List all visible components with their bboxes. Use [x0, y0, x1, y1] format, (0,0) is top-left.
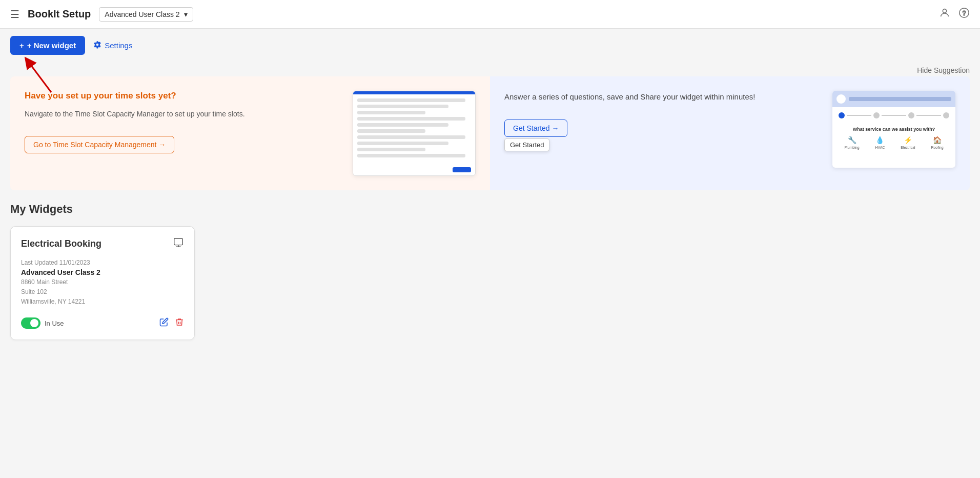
widget-card-footer: In Use: [21, 317, 184, 329]
widget-preview-question: What service can we assist you with?: [832, 124, 955, 136]
user-class-dropdown[interactable]: Advanced User Class 2 ▾: [99, 7, 193, 22]
widget-address-line1: 8860 Main Street: [21, 277, 184, 287]
step-dot-active: [839, 112, 845, 118]
preview-logo-dot: [836, 94, 846, 104]
preview-content: [353, 94, 475, 164]
widget-card-name: Electrical Booking: [21, 238, 101, 249]
preview-line: [357, 98, 465, 102]
header-right: ?: [939, 7, 970, 21]
widget-suggestion-body: Answer a series of questions, save and S…: [504, 91, 820, 103]
widget-card: Electrical Booking Last Updated 11/01/20…: [10, 226, 195, 340]
widget-company: Advanced User Class 2: [21, 268, 184, 276]
electrical-icon: ⚡: [904, 136, 912, 144]
timeslot-preview-image: [353, 91, 476, 176]
preview-line: [357, 111, 425, 114]
preview-btn-area: [353, 164, 475, 175]
new-widget-label: + New widget: [27, 41, 76, 50]
help-icon[interactable]: ?: [958, 7, 970, 21]
delete-widget-button[interactable]: [175, 317, 184, 329]
widget-last-updated: Last Updated 11/01/2023: [21, 259, 184, 266]
preview-line: [357, 105, 448, 108]
go-to-timeslot-button[interactable]: Go to Time Slot Capacity Management →: [25, 136, 174, 153]
preview-line: [357, 154, 465, 157]
new-widget-button[interactable]: + + New widget: [10, 36, 85, 55]
suggestion-left-text: Have you set up your time slots yet? Nav…: [25, 91, 340, 153]
step-dot-inactive: [943, 112, 949, 118]
gear-icon: [93, 41, 101, 50]
toggle-knob: [30, 319, 38, 327]
preview-line: [357, 129, 425, 133]
step-line: [847, 115, 871, 116]
toolbar: + + New widget Settings: [0, 29, 980, 62]
service-icon-plumbing: 🔧 Plumbing: [844, 136, 859, 149]
service-label: HVAC: [875, 146, 885, 149]
widget-card-header: Electrical Booking: [21, 237, 184, 251]
preview-line: [357, 135, 465, 139]
widget-preview-icon[interactable]: [173, 237, 184, 251]
preview-line: [357, 123, 448, 127]
header-left: ☰ BookIt Setup Advanced User Class 2 ▾: [10, 7, 193, 22]
user-icon[interactable]: [939, 7, 950, 21]
roofing-icon: 🏠: [933, 136, 942, 144]
preview-header-line: [849, 97, 951, 101]
my-widgets-title: My Widgets: [10, 203, 970, 216]
step-dot-inactive: [908, 112, 914, 118]
my-widgets-section: My Widgets Electrical Booking Last Updat…: [0, 203, 980, 361]
service-icon-electrical: ⚡ Electrical: [901, 136, 915, 149]
app-title: BookIt Setup: [28, 8, 91, 20]
step-line: [882, 115, 906, 116]
toggle-group: In Use: [21, 317, 64, 329]
dropdown-arrow-icon: ▾: [184, 10, 188, 18]
suggestion-right-card: Answer a series of questions, save and S…: [490, 76, 970, 190]
preview-line: [357, 117, 465, 121]
widget-address-line2: Suite 102: [21, 287, 184, 297]
widget-address-line3: Williamsville, NY 14221: [21, 297, 184, 307]
svg-text:?: ?: [963, 10, 966, 17]
widget-preview-header: [832, 91, 955, 107]
wrench-icon: 🔧: [848, 136, 856, 144]
get-started-tooltip: Get Started: [504, 138, 549, 151]
widget-actions: [159, 317, 184, 329]
hamburger-icon[interactable]: ☰: [10, 8, 19, 21]
hide-suggestion-bar: Hide Suggestion: [0, 62, 980, 76]
get-started-button[interactable]: Get Started →: [504, 120, 567, 137]
in-use-label: In Use: [45, 320, 64, 327]
suggestions-row: Have you set up your time slots yet? Nav…: [10, 76, 970, 190]
widget-preview-image: What service can we assist you with? 🔧 P…: [832, 91, 955, 168]
hvac-icon: 💧: [875, 136, 884, 144]
step-line: [916, 115, 941, 116]
widget-preview-icons: 🔧 Plumbing 💧 HVAC ⚡ Electrical 🏠 Roofing: [832, 136, 955, 154]
preview-line: [357, 142, 448, 145]
timeslot-suggestion-body: Navigate to the Time Slot Capacity Manag…: [25, 108, 340, 120]
settings-button[interactable]: Settings: [93, 41, 132, 50]
step-dot-inactive: [873, 112, 880, 118]
widget-preview-steps: [832, 107, 955, 124]
plus-icon: +: [19, 41, 24, 50]
suggestion-right-text: Answer a series of questions, save and S…: [504, 91, 820, 137]
timeslot-suggestion-title: Have you set up your time slots yet?: [25, 91, 340, 101]
service-icon-hvac: 💧 HVAC: [875, 136, 885, 149]
svg-point-0: [943, 9, 946, 13]
settings-label: Settings: [105, 41, 132, 50]
preview-mini-button: [453, 167, 471, 172]
svg-rect-5: [174, 238, 183, 245]
header: ☰ BookIt Setup Advanced User Class 2 ▾ ?: [0, 0, 980, 29]
preview-line: [357, 148, 425, 151]
edit-widget-button[interactable]: [159, 317, 169, 329]
service-label: Electrical: [901, 146, 915, 149]
suggestion-left-card: Have you set up your time slots yet? Nav…: [10, 76, 490, 190]
in-use-toggle[interactable]: [21, 317, 40, 329]
service-label: Roofing: [931, 146, 943, 149]
service-label: Plumbing: [844, 146, 859, 149]
hide-suggestion-button[interactable]: Hide Suggestion: [917, 66, 970, 74]
service-icon-roofing: 🏠 Roofing: [931, 136, 943, 149]
user-class-label: Advanced User Class 2: [105, 10, 179, 18]
